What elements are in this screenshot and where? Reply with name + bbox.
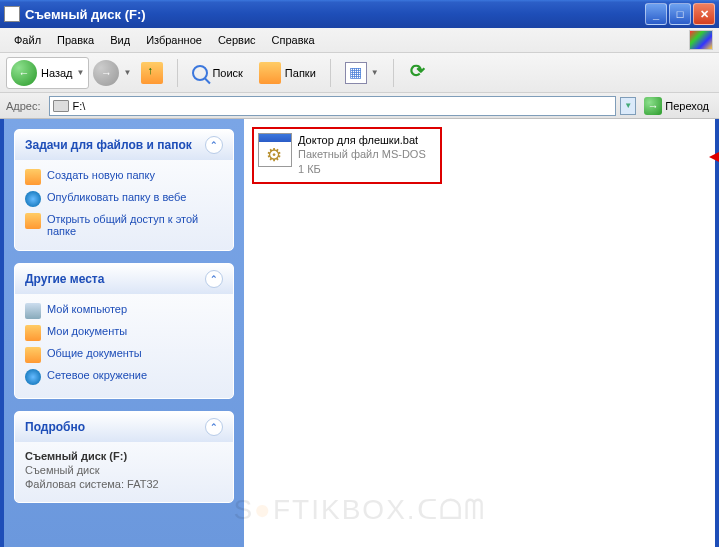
- views-button[interactable]: ▼: [339, 58, 385, 88]
- file-name: Доктор для флешки.bat: [298, 133, 426, 147]
- computer-icon: [25, 303, 41, 319]
- collapse-icon: ⌃: [205, 136, 223, 154]
- folders-icon: [259, 62, 281, 84]
- details-filesystem: Файловая система: FAT32: [25, 478, 223, 490]
- place-label: Сетевое окружение: [47, 369, 147, 381]
- tasks-panel: Задачи для файлов и папок ⌃ Создать нову…: [14, 129, 234, 251]
- toolbar: ← Назад ▼ → ▼ Поиск Папки ▼: [0, 53, 719, 93]
- folders-button[interactable]: Папки: [253, 58, 322, 88]
- collapse-icon: ⌃: [205, 418, 223, 436]
- new-folder-icon: [25, 169, 41, 185]
- menu-view[interactable]: Вид: [102, 31, 138, 49]
- file-item[interactable]: Доктор для флешки.bat Пакетный файл MS-D…: [252, 127, 442, 184]
- file-list-area[interactable]: Доктор для флешки.bat Пакетный файл MS-D…: [244, 119, 715, 547]
- content-area: Задачи для файлов и папок ⌃ Создать нову…: [0, 119, 719, 547]
- menu-edit[interactable]: Правка: [49, 31, 102, 49]
- place-my-computer[interactable]: Мой компьютер: [25, 300, 223, 322]
- tasks-panel-title: Задачи для файлов и папок: [25, 138, 192, 152]
- drive-icon: [4, 6, 20, 22]
- places-panel-title: Другие места: [25, 272, 104, 286]
- share-icon: [25, 213, 41, 229]
- network-icon: [25, 369, 41, 385]
- details-type: Съемный диск: [25, 464, 223, 476]
- forward-button[interactable]: →: [93, 60, 119, 86]
- task-label: Создать новую папку: [47, 169, 155, 181]
- details-panel-header[interactable]: Подробно ⌃: [15, 412, 233, 442]
- address-value: F:\: [73, 100, 86, 112]
- menu-help[interactable]: Справка: [264, 31, 323, 49]
- back-label: Назад: [41, 67, 73, 79]
- place-network[interactable]: Сетевое окружение: [25, 366, 223, 388]
- window-title: Съемный диск (F:): [25, 7, 146, 22]
- address-input[interactable]: F:\: [49, 96, 617, 116]
- address-bar: Адрес: F:\ ▼ → Переход: [0, 93, 719, 119]
- publish-icon: [25, 191, 41, 207]
- collapse-icon: ⌃: [205, 270, 223, 288]
- details-panel: Подробно ⌃ Съемный диск (F:) Съемный дис…: [14, 411, 234, 503]
- separator: [393, 59, 394, 87]
- folder-up-icon: [141, 62, 163, 84]
- drive-icon: [53, 100, 69, 112]
- separator: [330, 59, 331, 87]
- task-share[interactable]: Открыть общий доступ к этой папке: [25, 210, 223, 240]
- go-button[interactable]: → Переход: [640, 95, 713, 117]
- file-size: 1 КБ: [298, 162, 426, 176]
- windows-flag-icon: [689, 30, 713, 50]
- place-my-documents[interactable]: Мои документы: [25, 322, 223, 344]
- menu-bar: Файл Правка Вид Избранное Сервис Справка: [0, 28, 719, 53]
- back-dropdown-icon[interactable]: ▼: [77, 68, 85, 77]
- go-label: Переход: [665, 100, 709, 112]
- go-arrow-icon: →: [644, 97, 662, 115]
- address-dropdown-button[interactable]: ▼: [620, 97, 636, 115]
- menu-favorites[interactable]: Избранное: [138, 31, 210, 49]
- side-panel: Задачи для файлов и папок ⌃ Создать нову…: [4, 119, 244, 547]
- details-name: Съемный диск (F:): [25, 450, 223, 462]
- back-arrow-icon: ←: [11, 60, 37, 86]
- file-type: Пакетный файл MS-DOS: [298, 147, 426, 161]
- task-label: Опубликовать папку в вебе: [47, 191, 186, 203]
- minimize-button[interactable]: _: [645, 3, 667, 25]
- back-button[interactable]: ← Назад ▼: [6, 57, 89, 89]
- close-button[interactable]: ✕: [693, 3, 715, 25]
- up-button[interactable]: [135, 58, 169, 88]
- refresh-icon: [408, 62, 430, 84]
- annotation-arrow: [709, 147, 719, 167]
- place-shared-documents[interactable]: Общие документы: [25, 344, 223, 366]
- shared-docs-icon: [25, 347, 41, 363]
- search-label: Поиск: [212, 67, 242, 79]
- task-publish[interactable]: Опубликовать папку в вебе: [25, 188, 223, 210]
- maximize-button[interactable]: □: [669, 3, 691, 25]
- tasks-panel-header[interactable]: Задачи для файлов и папок ⌃: [15, 130, 233, 160]
- task-label: Открыть общий доступ к этой папке: [47, 213, 223, 237]
- views-dropdown-icon: ▼: [371, 68, 379, 77]
- places-panel-header[interactable]: Другие места ⌃: [15, 264, 233, 294]
- search-button[interactable]: Поиск: [186, 61, 248, 85]
- separator: [177, 59, 178, 87]
- search-icon: [192, 65, 208, 81]
- menu-tools[interactable]: Сервис: [210, 31, 264, 49]
- documents-icon: [25, 325, 41, 341]
- place-label: Мои документы: [47, 325, 127, 337]
- svg-marker-1: [709, 151, 719, 163]
- refresh-button[interactable]: [402, 58, 436, 88]
- bat-file-icon: [258, 133, 292, 167]
- folders-label: Папки: [285, 67, 316, 79]
- place-label: Мой компьютер: [47, 303, 127, 315]
- place-label: Общие документы: [47, 347, 142, 359]
- menu-file[interactable]: Файл: [6, 31, 49, 49]
- details-panel-title: Подробно: [25, 420, 85, 434]
- forward-dropdown-icon[interactable]: ▼: [123, 68, 131, 77]
- places-panel: Другие места ⌃ Мой компьютер Мои докумен…: [14, 263, 234, 399]
- address-label: Адрес:: [6, 100, 41, 112]
- window-titlebar: Съемный диск (F:) _ □ ✕: [0, 0, 719, 28]
- task-new-folder[interactable]: Создать новую папку: [25, 166, 223, 188]
- views-icon: [345, 62, 367, 84]
